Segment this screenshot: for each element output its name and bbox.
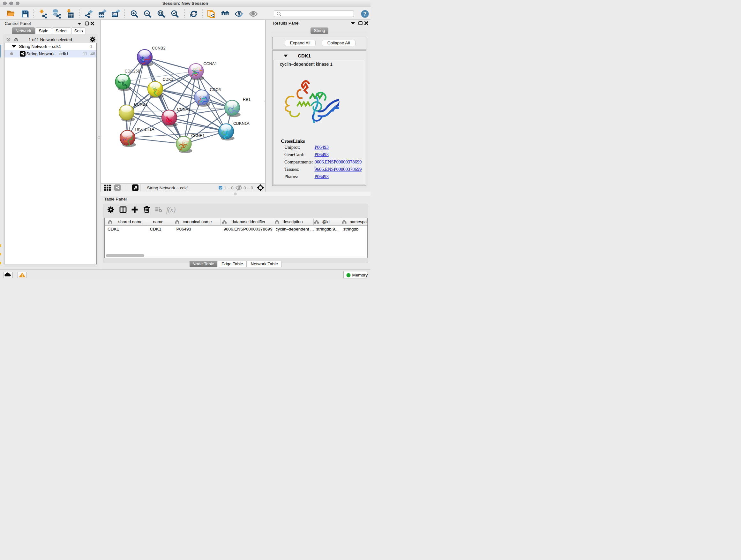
svg-text:0 – 0: 0 – 0 [244,185,253,190]
svg-text:CDC6: CDC6 [210,87,220,92]
svg-text:CCNE1: CCNE1 [191,133,205,138]
svg-text:CCNA2: CCNA2 [177,107,190,112]
svg-text:CCNB1: CCNB1 [134,102,147,107]
svg-text:?: ? [363,11,366,17]
svg-text:CCNA1: CCNA1 [203,62,217,66]
svg-text:CDC25B: CDC25B [125,69,140,73]
svg-text:CDK1: CDK1 [162,77,173,82]
svg-text:1 – 0: 1 – 0 [224,185,233,190]
svg-text:HIST1H1A: HIST1H1A [135,127,154,132]
svg-text:CCNB2: CCNB2 [152,46,165,51]
svg-text:RB1: RB1 [243,98,251,102]
svg-text:f(x): f(x) [166,206,176,213]
svg-text:CDKN1A: CDKN1A [233,121,250,126]
svg-text:String Network – cdk1: String Network – cdk1 [147,185,189,190]
